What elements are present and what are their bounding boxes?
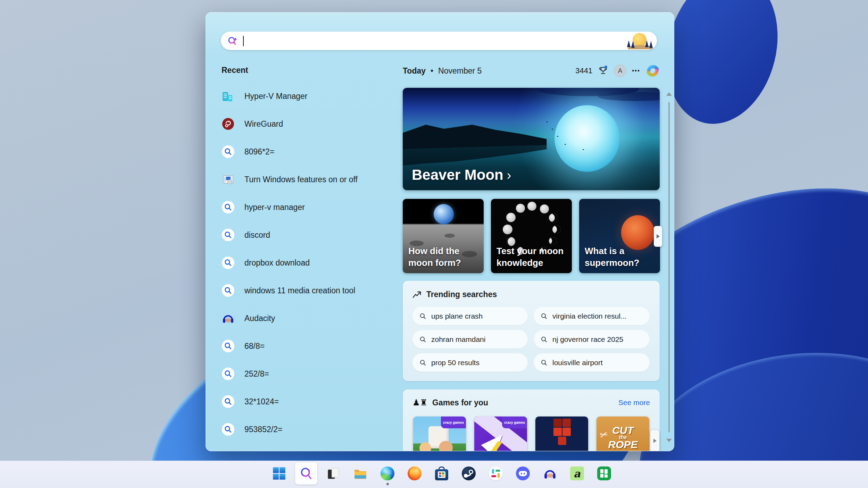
taskbar: a 1 — [0, 461, 868, 488]
recent-item-search-history[interactable]: 252/8= — [221, 360, 408, 388]
story-card-title: Test your moon knowledge — [496, 245, 567, 269]
earth-image — [434, 204, 454, 224]
search-history-icon — [222, 367, 235, 380]
games-for-you-card: ♟♜ Games for you See more crazy games cr… — [403, 389, 660, 451]
game-thumbnail[interactable]: crazy games — [413, 417, 466, 451]
story-card-moon-quiz[interactable]: Test your moon knowledge — [491, 199, 572, 273]
recent-item-label: Audacity — [244, 314, 275, 323]
rewards-trophy-icon[interactable] — [598, 65, 608, 76]
trending-pill[interactable]: ups plane crash — [412, 307, 528, 325]
today-label: Today — [403, 66, 426, 76]
hero-moon — [554, 105, 620, 172]
hyper-v-icon — [222, 90, 235, 103]
see-more-link[interactable]: See more — [618, 398, 650, 407]
windows-features-icon — [222, 173, 235, 186]
story-card-moon-form[interactable]: How did the moon form? — [403, 199, 484, 273]
taskbar-icons: a — [268, 462, 615, 485]
search-box[interactable] — [221, 32, 657, 50]
trending-pill-grid: ups plane crash virginia election resul.… — [412, 307, 660, 372]
recent-item-hyper-v-manager[interactable]: Hyper-V Manager — [221, 82, 408, 110]
file-explorer-button[interactable] — [349, 462, 372, 485]
recent-section-title: Recent — [222, 66, 248, 75]
recent-item-label: 252/8= — [244, 369, 269, 379]
edge-icon — [381, 466, 394, 480]
steam-button[interactable] — [458, 462, 480, 485]
scrollbar-down-arrow[interactable] — [666, 439, 672, 442]
edge-button[interactable] — [376, 462, 399, 485]
recent-item-search-history[interactable]: dropbox download — [221, 249, 408, 277]
recent-item-search-history[interactable]: 953852/2= — [221, 415, 408, 443]
recent-item-windows-features[interactable]: Turn Windows features on or off — [221, 166, 408, 193]
scrollbar-thumb[interactable] — [668, 102, 670, 432]
search-flyout-panel: Recent Hyper-V Manager — [206, 12, 674, 451]
trending-pill[interactable]: nj governor race 2025 — [534, 330, 650, 348]
recent-item-label: 32*1024= — [244, 397, 279, 406]
scrollbar-up-arrow[interactable] — [666, 92, 672, 96]
recent-item-label: windows 11 media creation tool — [244, 286, 355, 295]
search-icon — [541, 336, 548, 343]
games-carousel-next-button[interactable] — [650, 430, 659, 451]
recent-item-search-history[interactable]: 8096*2= — [221, 138, 408, 166]
recent-item-label: 8096*2= — [244, 147, 274, 157]
start-button[interactable] — [268, 462, 290, 485]
game-thumbnail[interactable]: crazy games — [474, 417, 527, 451]
green-window-app-button[interactable] — [593, 462, 615, 485]
search-icon — [419, 336, 426, 343]
recent-item-search-history[interactable]: 32*1024= — [221, 388, 408, 415]
games-title: Games for you — [432, 398, 618, 407]
slack-icon — [489, 466, 503, 480]
chess-pieces-icon: ♟♜ — [412, 398, 427, 407]
story-card-supermoon[interactable]: What is a supermoon? — [579, 199, 660, 273]
more-options-button[interactable]: ••• — [632, 67, 640, 74]
trending-pill[interactable]: louisville airport — [534, 353, 650, 372]
game-thumbnail-cut-the-rope[interactable]: ✂ CUT the ROPE — [596, 417, 649, 451]
recent-item-label: Turn Windows features on or off — [244, 175, 358, 184]
rewards-points[interactable]: 3441 — [575, 66, 592, 75]
search-history-icon — [222, 201, 235, 214]
carousel-next-button[interactable] — [654, 226, 662, 247]
game-thumbnail[interactable] — [535, 417, 588, 451]
app-a-button[interactable]: a — [566, 462, 588, 485]
search-icon — [541, 313, 548, 320]
search-taskbar-icon — [299, 466, 313, 480]
story-cards-row: How did the moon form? Test your moon kn… — [403, 199, 660, 273]
slack-button[interactable] — [485, 462, 507, 485]
microsoft-store-button[interactable] — [431, 462, 453, 485]
recent-item-label: WireGuard — [244, 119, 283, 129]
trending-pill[interactable]: virginia election resul... — [534, 307, 650, 325]
recent-item-audacity[interactable]: Audacity — [221, 304, 408, 332]
trending-pill[interactable]: zohran mamdani — [412, 330, 528, 348]
firefox-button[interactable] — [403, 462, 426, 485]
ai-search-icon — [227, 35, 238, 47]
copilot-icon[interactable] — [646, 64, 660, 78]
task-view-icon — [326, 466, 340, 480]
recent-item-label: 68/8= — [244, 342, 265, 351]
search-input[interactable] — [244, 32, 626, 50]
account-avatar[interactable]: A — [614, 65, 626, 77]
recent-item-search-history[interactable]: discord — [221, 221, 408, 249]
task-view-button[interactable] — [322, 462, 344, 485]
dot-separator: • — [431, 66, 433, 76]
recent-item-search-history[interactable]: hyper-v manager — [221, 193, 408, 221]
chevron-right-icon: › — [507, 168, 511, 183]
crazy-games-badge: crazy games — [441, 417, 466, 428]
trending-pill[interactable]: prop 50 results — [412, 353, 528, 372]
running-indicator — [386, 483, 389, 485]
desktop: Recent Hyper-V Manager — [0, 0, 868, 488]
recent-item-wireguard[interactable]: WireGuard — [221, 110, 408, 138]
wireguard-icon — [222, 117, 235, 131]
search-icon — [419, 313, 426, 320]
game-thumbnails-row: crazy games crazy games — [413, 417, 649, 451]
search-button[interactable] — [295, 462, 317, 485]
discord-button[interactable] — [512, 462, 534, 485]
recent-item-search-history[interactable]: windows 11 media creation tool — [221, 277, 408, 304]
hero-story-card[interactable]: Beaver Moon› — [403, 88, 660, 190]
recent-item-search-history[interactable]: 68/8= — [221, 332, 408, 360]
trending-searches-card: Trending searches ups plane crash virgin… — [403, 281, 660, 381]
recent-item-label: 953852/2= — [244, 425, 282, 434]
steam-icon — [462, 466, 476, 480]
search-history-icon — [222, 339, 235, 353]
audacity-button[interactable] — [539, 462, 561, 485]
crazy-games-badge: crazy games — [502, 417, 527, 428]
search-history-icon — [222, 423, 235, 436]
